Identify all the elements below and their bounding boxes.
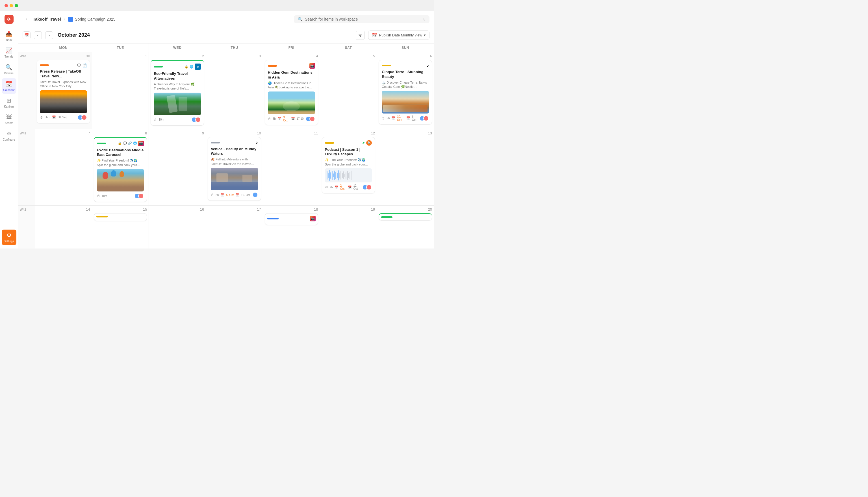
- card-status: [40, 65, 49, 66]
- week-label: W42: [18, 205, 35, 248]
- prev-month-button[interactable]: ‹: [34, 31, 42, 39]
- card-footer: ⏱5h 📅3. Oct 📅17:10: [268, 116, 315, 122]
- card-description: TakeOff Travel Expands with New Office i…: [40, 80, 87, 89]
- content-card[interactable]: 💬 📄 Press Release | TakeOff Travel New..…: [37, 60, 90, 124]
- tiktok-icon: ♪: [256, 140, 258, 145]
- day-cell[interactable]: 14: [35, 205, 92, 248]
- card-image: [40, 90, 87, 113]
- project-name[interactable]: Spring Campaign 2025: [68, 17, 115, 22]
- sidebar-item-assets[interactable]: 🖼 Assets: [2, 112, 16, 127]
- sidebar-item-label: Browse: [4, 72, 14, 75]
- brand-name: Takeoff Travel: [33, 17, 61, 22]
- day-cell[interactable]: 2 🔒 🌐 in Eco-Friendly Travel Alternative…: [149, 52, 206, 129]
- content-card[interactable]: [94, 213, 147, 221]
- sidebar-item-kanban[interactable]: ⊞ Kanban: [2, 95, 16, 110]
- filter-button[interactable]: [356, 31, 365, 40]
- minimize-button[interactable]: [10, 4, 13, 8]
- day-cell[interactable]: 9: [149, 129, 206, 205]
- calendar-small-icon: 📅: [372, 32, 378, 38]
- instagram-icon: 📷: [310, 216, 316, 222]
- content-card[interactable]: 👁 📡 Podcast | Season 1 | Luxury Escapes …: [322, 137, 375, 194]
- configure-icon: ⚙: [6, 130, 12, 137]
- day-number: 20: [379, 207, 432, 212]
- search-input[interactable]: [305, 17, 418, 22]
- day-cell[interactable]: 11: [263, 129, 320, 205]
- sidebar-item-inbox[interactable]: 📥 Inbox: [2, 28, 16, 44]
- day-cell[interactable]: 18 📷: [263, 205, 320, 248]
- day-cell[interactable]: 30 💬 📄 Press Release | TakeOff Travel Ne…: [35, 52, 92, 129]
- globe-icon: 🌐: [190, 65, 194, 69]
- content-card[interactable]: [379, 213, 432, 221]
- week-column-header: [18, 43, 35, 52]
- day-number: 7: [37, 131, 90, 135]
- day-number: 13: [379, 131, 432, 135]
- content-card[interactable]: 🔒 💬 🔗 🌐 📷 Exotic Destinations Middle Eas…: [94, 137, 147, 202]
- sidebar-item-label: Kanban: [4, 105, 14, 108]
- sidebar-item-label: Assets: [4, 122, 13, 125]
- day-cell[interactable]: 13: [377, 129, 434, 205]
- day-header-tue: TUE: [92, 43, 149, 52]
- sidebar-item-calendar[interactable]: 📅 Calendar: [2, 78, 16, 94]
- card-title: Venice - Beauty on Muddy Waters: [211, 147, 258, 156]
- content-card[interactable]: ♪ Cinque Terre - Stunning Beauty 🏔️ Disc…: [379, 60, 432, 125]
- day-cell[interactable]: 19: [320, 205, 377, 248]
- view-selector[interactable]: 📅 Publish Date Monthly view ▾: [368, 30, 430, 40]
- linkedin-icon: in: [195, 63, 201, 70]
- sidebar-item-browse[interactable]: 🔍 Browse: [2, 61, 16, 77]
- calendar-grid: MON TUE WED THU FRI SAT SUN W40 30: [18, 43, 434, 248]
- card-title: Eco-Friendly Travel Alternatives: [154, 71, 201, 81]
- day-number: 10: [208, 131, 261, 135]
- day-cell[interactable]: 10 ♪ Venice - Beauty on Muddy Waters 🍂 F…: [206, 129, 263, 205]
- search-icon: 🔍: [298, 17, 303, 22]
- card-title: Cinque Terre - Stunning Beauty: [382, 70, 429, 79]
- content-card[interactable]: 📷: [265, 213, 318, 225]
- close-button[interactable]: [4, 4, 8, 8]
- calendar-icon: 📅: [5, 81, 12, 87]
- calendar-view-icon[interactable]: 📅: [23, 31, 30, 39]
- instagram-icon: 📷: [309, 63, 315, 69]
- day-number: 18: [265, 207, 318, 212]
- card-description: 🌏 Hidden Gem Destinations in Asia 🌴Looki…: [268, 81, 315, 90]
- card-status: [96, 216, 108, 217]
- card-status: [382, 65, 391, 66]
- day-cell[interactable]: 6 ♪ Cinque Terre - Stunning Beauty 🏔️ Di…: [377, 52, 434, 129]
- day-cell[interactable]: 7: [35, 129, 92, 205]
- day-cell[interactable]: 1: [92, 52, 149, 129]
- day-number: 11: [265, 131, 318, 135]
- card-status: [154, 66, 163, 68]
- day-cell[interactable]: 17: [206, 205, 263, 248]
- card-footer: ⏱5h 📅5. Oct 📅10. Oct: [211, 192, 258, 198]
- day-number: 1: [94, 54, 147, 58]
- day-cell[interactable]: 16: [149, 205, 206, 248]
- expand-icon[interactable]: ⤡: [422, 17, 425, 22]
- day-cell[interactable]: 15: [92, 205, 149, 248]
- week-row: W42 14 15 16 17 18: [18, 205, 434, 248]
- day-cell[interactable]: 12 👁 📡 Podcast | Season 1 | Luxury Escap…: [320, 129, 377, 205]
- day-cell[interactable]: 3: [206, 52, 263, 129]
- next-month-button[interactable]: ›: [45, 31, 53, 39]
- assets-icon: 🖼: [6, 114, 12, 120]
- card-footer: ⏱10m: [154, 117, 201, 123]
- project-icon: [68, 17, 73, 22]
- sidebar-item-label: Configure: [3, 138, 15, 141]
- day-cell[interactable]: 4 📷 Hidden Gem Destinations in Asia 🌏 Hi…: [263, 52, 320, 129]
- sidebar-toggle[interactable]: ›: [23, 15, 30, 23]
- sidebar-item-configure[interactable]: ⚙ Configure: [2, 128, 16, 143]
- sidebar-item-settings[interactable]: ⚙ Settings: [2, 230, 16, 245]
- sidebar: ✈ 📥 Inbox 📈 Trends 🔍 Browse 📅 Calendar ⊞…: [0, 11, 18, 248]
- sidebar-item-trends[interactable]: 📈 Trends: [2, 45, 16, 60]
- day-header-thu: THU: [206, 43, 263, 52]
- content-card[interactable]: 📷 Hidden Gem Destinations in Asia 🌏 Hidd…: [265, 60, 318, 125]
- maximize-button[interactable]: [15, 4, 18, 8]
- search-bar[interactable]: 🔍 ⤡: [294, 15, 430, 23]
- day-number: 5: [322, 54, 375, 58]
- content-card[interactable]: 🔒 🌐 in Eco-Friendly Travel Alternatives …: [151, 60, 204, 126]
- card-status: [268, 65, 277, 67]
- day-cell[interactable]: 8 🔒 💬 🔗 🌐 📷 Exotic De: [92, 129, 149, 205]
- content-card[interactable]: ♪ Venice - Beauty on Muddy Waters 🍂 Fall…: [208, 137, 261, 201]
- day-cell[interactable]: 5: [320, 52, 377, 129]
- day-number: 30: [37, 54, 90, 58]
- link-icon: 🔗: [128, 141, 132, 145]
- day-cell[interactable]: 20: [377, 205, 434, 248]
- card-description: A Greener Way to Explore 🌿 Traveling is …: [154, 82, 201, 91]
